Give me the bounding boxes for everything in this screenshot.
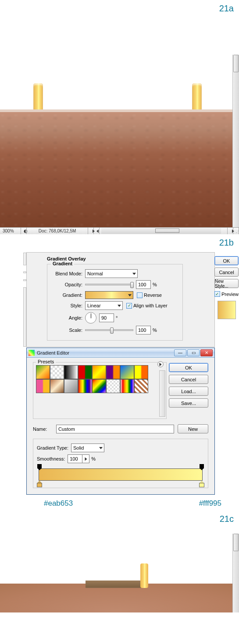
preview-swatch <box>218 301 236 319</box>
percent-sign-3: % <box>91 456 96 461</box>
smoothness-stepper[interactable] <box>82 454 89 463</box>
layer-style-buttons: OK Cancel New Style... Preview <box>214 256 239 321</box>
preset-swatch[interactable] <box>36 365 50 379</box>
align-layer-checkbox[interactable] <box>126 303 132 309</box>
gradient-bar[interactable] <box>39 468 203 481</box>
step-label-21c: 21c <box>0 510 239 526</box>
app-icon <box>29 350 35 356</box>
color-stop-left[interactable] <box>37 481 42 487</box>
step-label-21b: 21b <box>0 234 239 250</box>
zoom-level[interactable]: 300% <box>0 228 21 234</box>
hscroll-right[interactable] <box>227 228 233 234</box>
gradient-type-label: Gradient Type: <box>37 445 71 450</box>
align-layer-label: Align with Layer <box>133 303 168 308</box>
style-dropdown[interactable]: Linear <box>85 301 123 310</box>
status-icon[interactable]: ◐ <box>21 228 27 234</box>
maximize-button[interactable]: ▭ <box>187 349 200 356</box>
preset-swatch[interactable] <box>64 379 78 393</box>
vertical-scrollbar[interactable] <box>232 55 239 234</box>
blend-mode-label: Blend Mode: <box>51 271 85 276</box>
color-stop-right[interactable] <box>199 481 204 487</box>
brown-bar <box>86 581 147 588</box>
scale-input[interactable]: 100 <box>136 326 151 334</box>
hscroll-left[interactable] <box>94 228 100 234</box>
doc-size-menu[interactable] <box>88 228 94 234</box>
ok-button[interactable]: OK <box>214 256 239 265</box>
preset-swatch[interactable] <box>134 379 148 393</box>
leather-texture <box>0 109 232 230</box>
angle-dial[interactable] <box>85 312 96 324</box>
scale-slider[interactable] <box>85 329 133 331</box>
window-title: Gradient Editor <box>37 350 174 355</box>
opacity-label: Opacity: <box>51 282 85 287</box>
gold-clip-right <box>192 83 202 113</box>
new-style-button[interactable]: New Style... <box>214 279 239 288</box>
step-label-21a: 21a <box>0 0 239 15</box>
editor-ok-button[interactable]: OK <box>169 363 208 372</box>
preset-swatch[interactable] <box>134 365 148 379</box>
preset-swatch[interactable] <box>78 365 92 379</box>
name-input[interactable]: Custom <box>56 425 174 433</box>
preset-swatch[interactable] <box>120 365 134 379</box>
editor-load-button[interactable]: Load... <box>169 387 208 396</box>
resize-grip[interactable]: ⋰ <box>233 228 239 234</box>
preset-swatch[interactable] <box>64 365 78 379</box>
opacity-stop-left[interactable] <box>37 464 42 468</box>
gradient-editor-window: Gradient Editor — ▭ ✕ Presets <box>26 348 215 495</box>
doc-size: Doc: 768,0K/12,5M <box>27 228 88 234</box>
style-label: Style: <box>51 303 85 308</box>
preset-swatch[interactable] <box>106 379 120 393</box>
titlebar[interactable]: Gradient Editor — ▭ ✕ <box>27 348 214 358</box>
preview-checkbox[interactable] <box>214 291 220 297</box>
smoothness-label: Smoothness: <box>37 456 68 461</box>
preset-swatch[interactable] <box>92 379 106 393</box>
preset-swatch[interactable] <box>120 379 134 393</box>
hex-right: #fff995 <box>199 499 221 508</box>
smoothness-input[interactable]: 100 <box>68 454 82 463</box>
angle-label: Angle: <box>51 315 85 320</box>
presets-scrollbar[interactable] <box>159 370 165 417</box>
close-button[interactable]: ✕ <box>200 349 213 356</box>
gradient-picker[interactable] <box>85 291 133 299</box>
gradient-fieldset: Gradient Blend Mode: Normal Opacity: 100… <box>47 264 183 341</box>
cancel-button[interactable]: Cancel <box>214 267 239 277</box>
preset-swatch[interactable] <box>78 379 92 393</box>
preview-label: Preview <box>221 292 239 297</box>
gradient-overlay-panel: Gradient Overlay Gradient Blend Mode: No… <box>26 252 215 347</box>
new-button[interactable]: New <box>178 424 208 433</box>
gradient-type-dropdown[interactable]: Solid <box>71 443 104 452</box>
presets-label: Presets <box>36 359 56 364</box>
preset-swatch[interactable] <box>50 365 64 379</box>
vertical-scrollbar-2[interactable] <box>232 534 239 612</box>
color-annotations: #eab653 #fff995 <box>26 495 239 508</box>
angle-input[interactable]: 90 <box>99 313 114 322</box>
opacity-input[interactable]: 100 <box>136 280 151 289</box>
degree-sign: ° <box>116 315 118 320</box>
scale-label: Scale: <box>51 327 85 333</box>
dialogs-area: Gradient Overlay Gradient Blend Mode: No… <box>0 250 239 510</box>
horizontal-scrollbar[interactable] <box>101 228 221 234</box>
opacity-stop-right[interactable] <box>200 464 204 468</box>
blend-mode-dropdown[interactable]: Normal <box>85 269 138 278</box>
minimize-button[interactable]: — <box>174 349 186 356</box>
editor-save-button[interactable]: Save... <box>169 398 208 408</box>
preset-swatch[interactable] <box>36 379 50 393</box>
percent-sign: % <box>153 282 157 287</box>
preset-swatch[interactable] <box>106 365 120 379</box>
reverse-label: Reverse <box>144 292 162 298</box>
gradient-type-box: Gradient Type: Solid Smoothness: 100 % <box>33 439 208 488</box>
hex-left: #eab653 <box>44 499 73 508</box>
reverse-checkbox[interactable] <box>137 292 143 298</box>
editor-cancel-button[interactable]: Cancel <box>169 375 208 384</box>
presets-menu-icon[interactable] <box>157 361 164 367</box>
gradient-fieldset-legend: Gradient <box>51 261 74 266</box>
gold-clip-left <box>33 83 43 113</box>
preset-swatch[interactable] <box>50 379 64 393</box>
preset-swatch[interactable] <box>92 365 106 379</box>
canvas-21a: 300% ◐ Doc: 768,0K/12,5M ⋰ <box>0 15 239 234</box>
presets-box: Presets <box>33 362 167 419</box>
opacity-slider[interactable] <box>85 284 133 285</box>
gradient-label: Gradient: <box>51 292 85 298</box>
status-bar: 300% ◐ Doc: 768,0K/12,5M ⋰ <box>0 227 239 234</box>
gold-clip-21c <box>140 563 148 588</box>
